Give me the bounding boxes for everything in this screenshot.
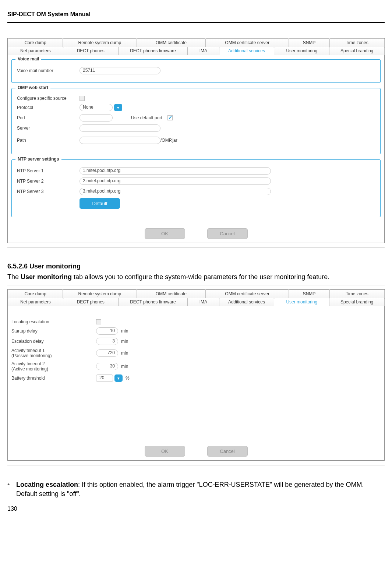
input-port[interactable]	[80, 114, 113, 122]
unit-percent: %	[126, 376, 130, 381]
ok-button[interactable]: OK	[145, 446, 185, 457]
checkbox-locating[interactable]	[96, 319, 101, 324]
tab-omm-cert[interactable]: OMM certificate	[137, 289, 206, 298]
label-activity-timeout-2: Activity timeout 2 (Active monitoring)	[11, 361, 96, 372]
group-voice-mail: Voice mail Voice mail number 25711	[11, 59, 381, 83]
legend-ntp: NTP server settings	[15, 156, 61, 162]
tab-special-branding[interactable]: Special branding	[329, 47, 385, 55]
chevron-down-icon[interactable]: ▾	[114, 104, 122, 111]
label-battery-threshold: Battery threshold	[11, 376, 96, 381]
input-ntp1[interactable]: 1.mitel.pool.ntp.org	[80, 167, 271, 175]
tab-net-params[interactable]: Net parameters	[8, 47, 63, 55]
input-startup-delay[interactable]: 10	[96, 327, 118, 335]
figure-1: Core dump Remote system dump OMM certifi…	[7, 38, 385, 243]
label-server: Server	[17, 126, 80, 131]
input-escalation-delay[interactable]: 3	[96, 338, 118, 345]
label-locating: Locating escalation	[11, 319, 96, 324]
group-omp: OMP web start Configure specific source …	[11, 88, 381, 154]
bullet-bold: Locating escalation	[16, 481, 78, 488]
unit-min: min	[121, 364, 128, 369]
label-ntp2: NTP Server 2	[17, 179, 80, 184]
checkbox-default-port[interactable]	[167, 115, 173, 120]
checkbox-config-source[interactable]	[80, 96, 85, 101]
tab-dect-phones[interactable]: DECT phones	[63, 47, 119, 55]
tab-ima[interactable]: IMA	[187, 298, 219, 306]
tab-dect-fw[interactable]: DECT phones firmware	[118, 47, 188, 55]
input-ntp3[interactable]: 3.mitel.pool.ntp.org	[80, 188, 271, 195]
panel-user-monitoring: Locating escalation Startup delay 10 min…	[8, 306, 384, 440]
tab-user-monitoring[interactable]: User monitoring	[274, 298, 329, 306]
tab-core-dump[interactable]: Core dump	[8, 289, 63, 298]
figure-2-wrap: Core dump Remote system dump OMM certifi…	[7, 285, 385, 465]
label-voicemail-number: Voice mail number	[17, 68, 80, 73]
input-ntp2[interactable]: 2.mitel.pool.ntp.org	[80, 177, 271, 185]
ok-button[interactable]: OK	[145, 228, 185, 239]
cancel-button[interactable]: Cancel	[207, 446, 248, 457]
tab-special-branding[interactable]: Special branding	[329, 298, 385, 306]
tab-snmp[interactable]: SNMP	[289, 38, 330, 47]
tab-additional-services[interactable]: Additional services	[219, 47, 275, 55]
tab-row-top-2: Core dump Remote system dump OMM certifi…	[8, 289, 384, 298]
tab-omm-cert-server[interactable]: OMM certificate server	[205, 289, 289, 298]
unit-min: min	[121, 328, 128, 334]
label-startup-delay: Startup delay	[11, 328, 96, 334]
figure-2: Core dump Remote system dump OMM certifi…	[7, 289, 385, 461]
chevron-down-icon[interactable]: ▾	[114, 374, 123, 382]
tab-omm-cert-server[interactable]: OMM certificate server	[205, 38, 289, 47]
section-number: 6.5.2.6	[7, 263, 28, 270]
tab-user-monitoring[interactable]: User monitoring	[274, 47, 329, 55]
input-path[interactable]	[80, 137, 160, 144]
default-button[interactable]: Default	[80, 198, 120, 209]
unit-min: min	[121, 339, 128, 344]
tab-ima[interactable]: IMA	[187, 47, 219, 55]
tab-dect-phones[interactable]: DECT phones	[63, 298, 119, 306]
tab-time-zones[interactable]: Time zones	[329, 38, 385, 47]
button-row-2: OK Cancel	[8, 440, 384, 460]
page-number: 130	[7, 506, 385, 512]
cancel-button[interactable]: Cancel	[207, 228, 248, 239]
legend-omp: OMP web start	[15, 85, 50, 90]
tab-row-bottom-2: Net parameters DECT phones DECT phones f…	[8, 298, 384, 306]
unit-min: min	[121, 351, 128, 356]
tab-additional-services[interactable]: Additional services	[219, 298, 275, 306]
tab-snmp[interactable]: SNMP	[289, 289, 330, 298]
label-protocol: Protocol	[17, 105, 80, 110]
label-ntp3: NTP Server 3	[17, 189, 80, 194]
input-activity-timeout-2[interactable]: 30	[96, 363, 118, 370]
label-ntp1: NTP Server 1	[17, 168, 80, 173]
tab-core-dump[interactable]: Core dump	[8, 38, 63, 47]
tab-remote-dump[interactable]: Remote system dump	[63, 289, 137, 298]
section-paragraph: The User monitoring tab allows you to co…	[7, 272, 385, 281]
group-ntp: NTP server settings NTP Server 1 1.mitel…	[11, 159, 381, 217]
label-path-suffix: /OMP.jar	[160, 138, 177, 143]
section-title: User monitoring	[29, 263, 81, 270]
tab-row-top-1: Core dump Remote system dump OMM certifi…	[8, 38, 384, 47]
tab-net-params[interactable]: Net parameters	[8, 298, 63, 306]
tab-remote-dump[interactable]: Remote system dump	[63, 38, 137, 47]
tab-time-zones[interactable]: Time zones	[329, 289, 385, 298]
input-activity-timeout-1[interactable]: 720	[96, 349, 118, 357]
figure-1-wrap: Core dump Remote system dump OMM certifi…	[7, 34, 385, 248]
bullet-icon: •	[7, 480, 16, 489]
bullet-item: • Locating escalation: If this option en…	[7, 480, 385, 498]
label-escalation-delay: Escalation delay	[11, 339, 96, 344]
tab-row-bottom-1: Net parameters DECT phones DECT phones f…	[8, 47, 384, 55]
input-voicemail-number[interactable]: 25711	[80, 67, 160, 74]
input-server[interactable]	[80, 124, 160, 132]
select-battery-threshold[interactable]: 20	[96, 374, 113, 382]
label-path: Path	[17, 138, 80, 143]
page-header: SIP-DECT OM System Manual	[7, 11, 385, 23]
tab-dect-fw[interactable]: DECT phones firmware	[118, 298, 188, 306]
tab-omm-cert[interactable]: OMM certificate	[137, 38, 206, 47]
label-default-port: Use default port	[131, 115, 162, 120]
label-config-source: Configure specific source	[17, 96, 80, 101]
section-heading: 6.5.2.6 User monitoring	[7, 263, 385, 270]
legend-voice-mail: Voice mail	[15, 56, 41, 61]
label-port: Port	[17, 115, 80, 120]
select-protocol[interactable]: None	[80, 104, 113, 111]
label-activity-timeout-1: Activity timeout 1 (Passive monitoring)	[11, 348, 96, 358]
button-row-1: OK Cancel	[8, 222, 384, 243]
